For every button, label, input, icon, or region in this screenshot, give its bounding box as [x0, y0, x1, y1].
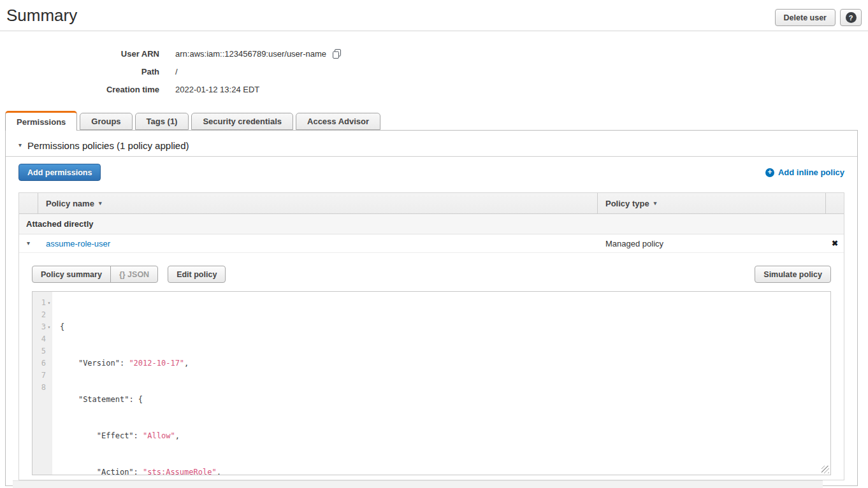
permissions-policies-heading: Permissions policies (1 policy applied): [27, 140, 189, 151]
permissions-tab-panel: ▾ Permissions policies (1 policy applied…: [5, 130, 858, 486]
page-header: Summary Delete user ?: [0, 0, 868, 31]
user-arn-label: User ARN: [0, 49, 159, 59]
resize-handle[interactable]: [821, 466, 829, 473]
code-token: "Statement": [78, 395, 129, 404]
page-title: Summary: [6, 6, 77, 25]
code-token: :: [134, 468, 143, 475]
permissions-policies-toggle[interactable]: ▾ Permissions policies (1 policy applied…: [18, 140, 189, 151]
expand-caret-cell[interactable]: ▾: [19, 234, 38, 252]
tab-tags[interactable]: Tags (1): [135, 113, 189, 130]
header-actions: Delete user ?: [775, 6, 862, 26]
line-number: 1: [41, 297, 46, 309]
code-token: "Effect": [97, 431, 134, 440]
policy-name-column-header[interactable]: Policy name ▾: [38, 193, 597, 213]
code-token: "Allow": [143, 431, 175, 440]
path-value: /: [175, 67, 178, 76]
gutter-line: 4: [33, 333, 52, 345]
code-line: "Version": "2012-10-17",: [60, 357, 830, 370]
gutter-line: 2: [33, 309, 52, 321]
line-number: 5: [41, 345, 46, 357]
header-spacer-cell: [19, 193, 38, 213]
copy-icon[interactable]: [332, 49, 342, 59]
policy-name-cell: assume-role-user: [38, 234, 597, 252]
code-token: :: [120, 359, 129, 368]
editor-gutter: 1▾ 2 3▾ 4 5 6 7 8: [33, 292, 52, 475]
line-number: 6: [41, 357, 46, 370]
edit-policy-button[interactable]: Edit policy: [168, 266, 226, 283]
code-line: "Statement": {: [60, 394, 830, 406]
gutter-line: 3▾: [33, 321, 52, 333]
plus-icon: +: [765, 168, 774, 177]
policy-name-link[interactable]: assume-role-user: [46, 239, 110, 248]
fold-caret-icon[interactable]: ▾: [46, 321, 52, 333]
code-token: [60, 395, 78, 404]
policy-type-header-label: Policy type: [605, 199, 649, 208]
policy-type-column-header[interactable]: Policy type ▾: [597, 193, 825, 213]
gutter-line: 1▾: [33, 297, 52, 309]
user-arn-row: User ARN arn:aws:iam::123456789:user/use…: [0, 45, 868, 62]
editor-code-area: { "Version": "2012-10-17", "Statement": …: [52, 292, 830, 475]
code-line: {: [60, 321, 830, 333]
policy-name-header-label: Policy name: [46, 199, 94, 208]
user-arn-value-wrap: arn:aws:iam::123456789:user/user-name: [175, 49, 342, 59]
policy-json-editor[interactable]: 1▾ 2 3▾ 4 5 6 7 8 { "Version": "2012-10-…: [32, 291, 831, 475]
code-token: ,: [217, 468, 221, 475]
line-number: 8: [41, 382, 46, 394]
tab-groups[interactable]: Groups: [80, 113, 132, 130]
line-number: 2: [41, 309, 46, 321]
gutter-line: 6: [33, 357, 52, 370]
creation-time-value: 2022-01-12 13:24 EDT: [175, 85, 259, 94]
policy-view-buttons: Policy summary {} JSON Edit policy: [32, 266, 226, 283]
code-token: [60, 431, 97, 440]
code-token: ,: [184, 359, 189, 368]
code-token: {: [138, 395, 143, 404]
permissions-toolbar: Add permissions + Add inline policy: [18, 164, 844, 181]
code-line: "Effect": "Allow",: [60, 430, 830, 442]
remove-policy-icon[interactable]: ✖: [832, 239, 838, 248]
simulate-policy-button[interactable]: Simulate policy: [755, 266, 831, 283]
line-number: 3: [41, 321, 46, 333]
json-view-button[interactable]: {} JSON: [110, 266, 158, 283]
horizontal-scrollbar[interactable]: [13, 480, 823, 488]
code-token: [60, 468, 97, 475]
delete-user-button[interactable]: Delete user: [775, 9, 835, 26]
code-token: :: [129, 395, 138, 404]
tab-access-advisor[interactable]: Access Advisor: [296, 113, 380, 130]
code-token: "Version": [78, 359, 120, 368]
gutter-line: 8: [33, 382, 52, 394]
code-token: ,: [175, 431, 180, 440]
policies-table: Policy name ▾ Policy type ▾ Attached dir…: [18, 192, 844, 480]
policy-summary-button[interactable]: Policy summary: [32, 266, 111, 283]
code-token: :: [134, 431, 143, 440]
user-arn-value: arn:aws:iam::123456789:user/user-name: [175, 49, 326, 59]
expand-caret-icon: ▾: [27, 240, 30, 247]
help-button[interactable]: ?: [840, 9, 862, 26]
add-inline-policy-link[interactable]: + Add inline policy: [765, 168, 844, 177]
fold-caret-icon[interactable]: ▾: [46, 297, 52, 309]
user-info: User ARN arn:aws:iam::123456789:user/use…: [0, 45, 868, 98]
creation-time-row: Creation time 2022-01-12 13:24 EDT: [0, 80, 868, 98]
tab-permissions[interactable]: Permissions: [5, 111, 77, 131]
gutter-line: 5: [33, 345, 52, 357]
path-label: Path: [0, 67, 159, 76]
remove-policy-cell: ✖: [825, 234, 844, 252]
path-row: Path /: [0, 62, 868, 80]
tab-bar: Permissions Groups Tags (1) Security cre…: [5, 111, 868, 130]
code-token: "Action": [97, 468, 134, 475]
code-token: [60, 359, 78, 368]
sort-caret-icon: ▾: [99, 200, 102, 206]
tab-security-credentials[interactable]: Security credentials: [191, 113, 293, 130]
add-inline-policy-label: Add inline policy: [778, 168, 844, 177]
policy-detail-toolbar: Policy summary {} JSON Edit policy Simul…: [32, 266, 831, 283]
header-actions-cell: [825, 193, 844, 213]
collapse-caret-icon: ▾: [18, 142, 22, 148]
table-header-row: Policy name ▾ Policy type ▾: [19, 193, 844, 214]
policy-detail-panel: Policy summary {} JSON Edit policy Simul…: [19, 253, 844, 480]
creation-time-label: Creation time: [0, 85, 159, 94]
line-number: 4: [41, 333, 46, 345]
code-line: "Action": "sts:AssumeRole",: [60, 466, 830, 475]
add-permissions-button[interactable]: Add permissions: [18, 164, 101, 181]
section-divider: [6, 156, 857, 157]
policy-row: ▾ assume-role-user Managed policy ✖: [19, 234, 844, 253]
policy-type-cell: Managed policy: [597, 234, 825, 252]
